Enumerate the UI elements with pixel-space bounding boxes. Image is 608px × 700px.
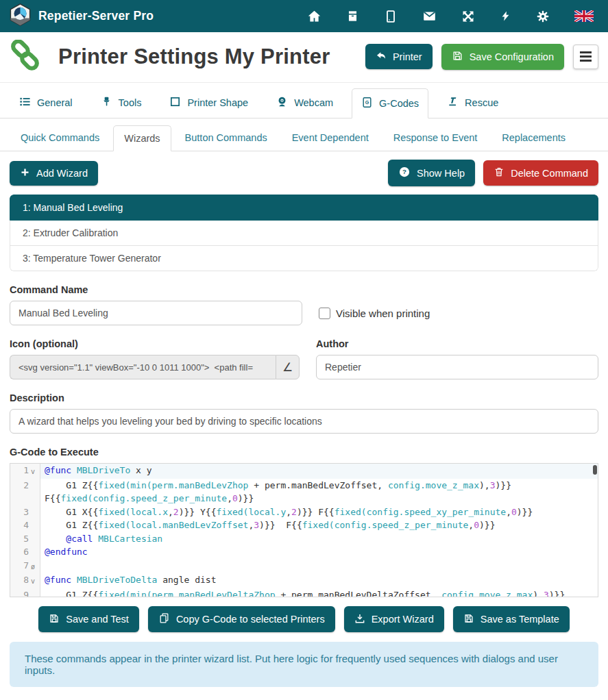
menu-button[interactable] — [573, 45, 598, 69]
svg-text:G: G — [365, 100, 369, 105]
download-icon — [354, 613, 365, 626]
square-icon — [169, 96, 181, 110]
app-logo-icon — [9, 3, 32, 29]
gcode-label: G-Code to Execute — [10, 447, 598, 458]
home-icon[interactable] — [307, 9, 321, 23]
visible-when-printing[interactable]: Visible when printing — [319, 308, 430, 325]
code-line[interactable]: 5 @call MBLCartesian — [10, 532, 598, 546]
back-arrow-icon — [376, 50, 387, 63]
save-icon — [452, 50, 463, 64]
line-number: 2 — [10, 479, 40, 505]
code-line[interactable]: 1v@func MBLDriveTo x y — [10, 464, 598, 479]
footer-row: Save Configuration — [0, 687, 608, 700]
edit-icon-button[interactable]: ∠ — [276, 355, 300, 379]
list-icon — [19, 96, 31, 110]
rescue-icon — [447, 96, 459, 110]
code-line[interactable]: 9 G1 Z{{fixed(min(perm.manBedLevDeltaZho… — [10, 588, 598, 598]
author-input[interactable] — [316, 355, 598, 379]
subtab-event-dependent[interactable]: Event Dependent — [281, 125, 380, 151]
chain-link-icon — [10, 40, 40, 73]
code-line[interactable]: 6@endfunc — [10, 545, 598, 559]
save-configuration-button-top[interactable]: Save Configuration — [441, 44, 564, 70]
tab-printer-shape[interactable]: Printer Shape — [160, 88, 258, 118]
main-tabs: General Tools Printer Shape Webcam G G-C… — [0, 83, 608, 118]
subtab-button-commands[interactable]: Button Commands — [174, 125, 278, 151]
tab-tools[interactable]: Tools — [91, 88, 151, 118]
code-line[interactable]: 3 G1 X{{fixed(local.x,2)}} Y{{fixed(loca… — [10, 505, 598, 519]
help-icon: ? — [398, 166, 411, 180]
navbar-icons — [307, 9, 599, 23]
wizard-list: 1: Manual Bed Leveling 2: Extruder Calib… — [10, 195, 598, 271]
add-wizard-button[interactable]: Add Wizard — [10, 161, 98, 186]
code-line[interactable]: 7ø — [10, 559, 598, 574]
line-number: 3 — [10, 505, 40, 519]
command-name-input[interactable] — [10, 301, 302, 325]
copy-icon — [158, 612, 170, 626]
brand-title: Repetier-Server Pro — [38, 9, 154, 23]
delete-command-button[interactable]: Delete Command — [483, 160, 598, 186]
tab-g-codes[interactable]: G G-Codes — [352, 88, 428, 118]
subtab-response-to-event[interactable]: Response to Event — [382, 125, 489, 151]
line-number: 4 — [10, 518, 40, 532]
printer-button[interactable]: Printer — [365, 44, 433, 69]
copy-gcode-button[interactable]: Copy G-Code to selected Printers — [148, 606, 335, 632]
angle-icon: ∠ — [282, 360, 293, 374]
page-header: Printer Settings My Printer Printer Save… — [0, 32, 608, 83]
icon-svg-input[interactable] — [10, 355, 276, 379]
bolt-icon[interactable] — [500, 10, 511, 23]
line-number: 1v — [10, 464, 40, 479]
author-label: Author — [316, 338, 598, 349]
line-number: 9 — [10, 588, 40, 598]
sub-tabs: Quick Commands Wizards Button Commands E… — [0, 118, 608, 151]
line-number: 6 — [10, 545, 40, 559]
wizard-toolbar: Add Wizard ? Show Help Delete Command — [0, 151, 608, 186]
tab-general[interactable]: General — [10, 88, 82, 118]
mail-icon[interactable] — [422, 9, 437, 23]
code-line[interactable]: 4 G1 Z{{fixed(local.manBedLevZoffset,3)}… — [10, 518, 598, 532]
trash-icon — [494, 166, 504, 179]
webcam-icon — [276, 96, 288, 110]
tab-rescue[interactable]: Rescue — [437, 88, 508, 118]
visible-when-printing-label: Visible when printing — [336, 308, 430, 319]
code-line[interactable]: 8v@func MBLDriveToDelta angle dist — [10, 573, 598, 588]
bottom-actions: Save and Test Copy G-Code to selected Pr… — [0, 606, 608, 632]
command-name-label: Command Name — [10, 284, 302, 295]
tools-icon — [101, 96, 112, 110]
gcode-editor-lines: 1v@func MBLDriveTo x y2 G1 Z{{fixed(min(… — [10, 464, 598, 597]
header-actions: Printer Save Configuration — [365, 44, 598, 70]
gear-icon[interactable] — [536, 10, 550, 23]
tab-webcam[interactable]: Webcam — [267, 88, 343, 118]
subtab-quick-commands[interactable]: Quick Commands — [10, 125, 110, 151]
wizard-item-manual-bed-leveling[interactable]: 1: Manual Bed Leveling — [10, 195, 598, 221]
description-label: Description — [10, 392, 598, 403]
gcode-editor[interactable]: 1v@func MBLDriveTo x y2 G1 Z{{fixed(min(… — [10, 463, 598, 597]
show-help-button[interactable]: ? Show Help — [388, 160, 475, 186]
save-as-template-button[interactable]: Save as Template — [453, 606, 570, 632]
printer-box-icon[interactable] — [346, 10, 359, 23]
line-number: 5 — [10, 532, 40, 546]
top-navbar: Repetier-Server Pro — [0, 0, 608, 32]
visible-when-printing-checkbox[interactable] — [319, 308, 330, 319]
expand-icon[interactable] — [461, 10, 475, 23]
subtab-replacements[interactable]: Replacements — [491, 125, 576, 151]
description-input[interactable] — [10, 409, 598, 434]
save-and-test-button[interactable]: Save and Test — [38, 606, 139, 632]
tablet-icon[interactable] — [384, 10, 398, 23]
export-wizard-button[interactable]: Export Wizard — [344, 606, 444, 632]
line-number: 8v — [10, 573, 40, 588]
gcode-file-icon: G — [361, 97, 373, 110]
editor-scrollbar[interactable] — [593, 465, 597, 475]
plus-icon — [20, 167, 30, 179]
brand[interactable]: Repetier-Server Pro — [9, 3, 154, 29]
save-icon — [49, 613, 60, 626]
code-line[interactable]: 2 G1 Z{{fixed(min(perm.manBedLevZhop + p… — [10, 479, 598, 505]
svg-text:?: ? — [402, 168, 406, 175]
page-title: Printer Settings My Printer — [58, 45, 330, 69]
language-flag-icon[interactable] — [574, 10, 594, 22]
icon-label: Icon (optional) — [10, 338, 300, 349]
wizard-item-extruder-calibration[interactable]: 2: Extruder Calibration — [10, 221, 598, 246]
wizard-item-temperature-tower[interactable]: 3: Temperature Tower Generator — [10, 246, 598, 271]
subtab-wizards[interactable]: Wizards — [113, 125, 171, 151]
wizard-form: Command Name Visible when printing Icon … — [0, 271, 608, 597]
save-icon — [463, 613, 474, 626]
